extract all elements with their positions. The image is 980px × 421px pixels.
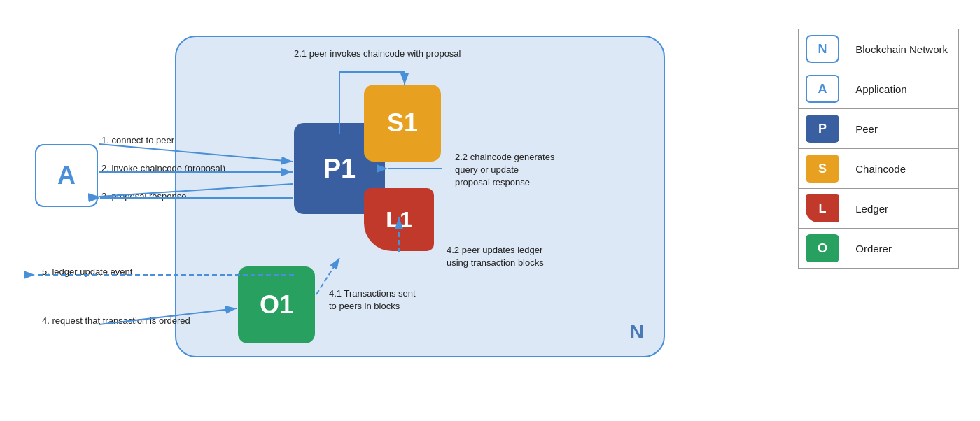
network-label: N: [630, 321, 644, 343]
label-arrow2: 2. invoke chaincode (proposal): [102, 163, 225, 173]
label-arrow42: 4.2 peer updates ledgerusing transaction…: [447, 244, 569, 269]
legend-row-chaincode: S Chaincode: [799, 149, 959, 189]
legend-text-peer: Peer: [848, 109, 959, 149]
legend-row-peer: P Peer: [799, 109, 959, 149]
legend-row-orderer: O Orderer: [799, 229, 959, 269]
legend-row-network: N Blockchain Network: [799, 29, 959, 69]
legend-text-network: Blockchain Network: [848, 29, 959, 69]
app-label: A: [57, 161, 76, 190]
orderer-box: O1: [238, 266, 315, 343]
ledger-label: L1: [386, 207, 412, 233]
label-arrow1: 1. connect to peer: [102, 135, 174, 145]
label-arrow4: 4. request that transaction is ordered: [42, 315, 190, 326]
legend-row-application: A Application: [799, 69, 959, 109]
label-arrow21: 2.1 peer invokes chaincode with proposal: [294, 48, 461, 59]
orderer-label: O1: [260, 290, 293, 320]
legend-icon-chaincode: S: [806, 155, 839, 183]
legend-icon-application: A: [806, 75, 839, 103]
legend-text-orderer: Orderer: [848, 229, 959, 269]
label-arrow41: 4.1 Transactions sentto peers in blocks: [329, 287, 441, 313]
legend-icon-orderer: O: [806, 234, 839, 262]
label-arrow5: 5. ledger update event: [42, 266, 132, 277]
ledger-box: L1: [364, 188, 434, 251]
legend-row-ledger: L Ledger: [799, 189, 959, 229]
app-box: A: [35, 144, 98, 207]
legend-table: N Blockchain Network A Application P Pee…: [798, 29, 959, 269]
legend-text-application: Application: [848, 69, 959, 109]
diagram-area: N A P1 S1 L1 O1 1. connect to peer 2. in…: [21, 15, 777, 406]
label-arrow3: 3. proposal response: [102, 191, 186, 201]
legend-icon-peer: P: [806, 115, 839, 143]
peer-label: P1: [323, 154, 356, 184]
chaincode-box: S1: [364, 85, 441, 162]
chaincode-label: S1: [387, 108, 418, 138]
legend-icon-ledger: L: [806, 194, 839, 222]
legend-icon-network: N: [806, 35, 839, 63]
legend-text-chaincode: Chaincode: [848, 149, 959, 189]
label-arrow22: 2.2 chaincode generatesquery or updatepr…: [455, 151, 578, 190]
main-container: N A P1 S1 L1 O1 1. connect to peer 2. in…: [7, 8, 973, 413]
legend-text-ledger: Ledger: [848, 189, 959, 229]
